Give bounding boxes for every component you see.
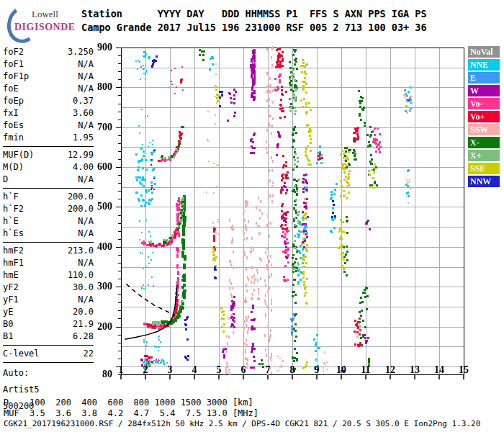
x-axis-tick-label: 15 [455,364,472,376]
param-row: foEp0.37 [3,95,94,107]
param-row: fmin1.95 [3,132,94,144]
param-row: M(D)4.00 [3,161,94,174]
legend-item-nnw: NNW [468,176,500,187]
logo-lowell-text: Lowell [32,9,58,20]
param-row: yE20.0 [3,306,94,318]
param-label: yE [3,306,13,318]
param-row: DN/A [3,174,94,186]
y-axis-tick-label: 300 [89,281,112,292]
param-row: foEsN/A [3,120,94,132]
param-row: hmE110.0 [3,269,94,282]
x-axis-tick-label: 10 [333,364,350,376]
legend-item-vo: Vo- [468,98,500,109]
autoscaling-info-line: Artist5 [3,384,94,396]
param-row: MUF(D)12.99 [3,149,94,161]
x-axis-tick-label: 6 [235,364,252,376]
param-value: N/A [78,294,94,306]
x-axis-tick-label: 13 [406,364,423,376]
d-row: D 100 200 400 600 800 1000 1500 3000 [km… [4,397,253,408]
param-value: 20.0 [73,306,94,318]
x-axis-tick-label: 9 [308,364,325,376]
param-label: hmE [3,269,19,282]
y-axis-tick-label: 80 [89,369,112,380]
ionogram-app-window: Lowell DIGISONDE Station YYYY DAY DDD HH… [0,0,504,432]
param-label: B0 [3,318,13,330]
param-label: h`F2 [3,203,24,215]
doppler-direction-legend: NoValNNEEWVo-Vo+SSWX-X+SSENNW [468,46,501,189]
x-axis-tick-label: 14 [431,364,448,376]
param-row: h`F200.0 [3,191,94,203]
y-axis-tick-label: 700 [89,122,112,133]
param-row: foF1pN/A [3,71,94,83]
param-value: N/A [78,58,94,71]
legend-item-nne: NNE [468,59,500,71]
param-value: 1.95 [73,132,94,144]
param-label: B1 [3,330,13,343]
station-header: Station YYYY DAY DDD HHMMSS P1 FFS S AXN… [81,7,427,35]
x-axis-tick-label: 2 [137,364,154,376]
param-row: hmF2213.0 [3,245,94,257]
param-row: B021.9 [3,318,94,330]
param-row: B16.28 [3,330,94,343]
d-muf-table: D 100 200 400 600 800 1000 1500 3000 [km… [4,397,258,418]
x-axis-tick-label: 8 [284,364,301,376]
x-axis-tick-label: 3 [161,364,179,376]
group-divider [3,362,94,363]
param-row: h`EN/A [3,215,94,228]
legend-item-w: W [468,85,500,96]
param-label: h`Es [3,228,24,240]
x-axis-tick-label: 12 [382,364,399,376]
x-axis-tick-label: 5 [210,364,228,376]
y-axis-tick-label: 800 [89,81,112,93]
param-label: foEs [3,120,24,132]
param-row: hmF1N/A [3,257,94,269]
param-row: foF23.250 [3,46,94,58]
param-value: 12.99 [68,149,94,161]
legend-item-ssw: SSW [468,124,500,135]
param-label: h`E [3,215,19,228]
legend-item-sse: SSE [468,163,500,174]
param-label: D [3,174,8,186]
logo-digisonde-text: DIGISONDE [14,22,76,33]
legend-item-x: X+ [468,150,500,161]
y-axis-tick-label: 400 [89,241,112,253]
param-label: foF1 [3,58,24,71]
param-label: yF1 [3,294,19,306]
param-value: 110.0 [68,269,94,282]
param-label: foF1p [3,71,29,83]
param-label: fmin [3,132,24,144]
x-axis-tick-label: 11 [357,364,374,376]
header-values-line: Campo Grande 2017 Jul15 196 231000 RSF 0… [81,22,427,33]
param-value: 6.28 [73,330,94,343]
param-row: fxI3.60 [3,107,94,120]
legend-item-noval: NoVal [468,46,500,58]
group-divider [3,345,94,346]
param-label: foEp [3,95,24,107]
param-row: h`F2200.0 [3,203,94,215]
param-row: foF1N/A [3,58,94,71]
legend-item-x: X- [468,137,500,148]
ionogram-parameters-panel: foF23.250foF1N/AfoF1pN/AfoEN/AfoEp0.37fx… [3,46,94,413]
x-axis-tick-label: 1 [112,364,130,376]
param-value: 0.37 [73,95,94,107]
param-label: yF2 [3,282,19,294]
y-axis-tick-label: 500 [89,201,112,212]
x-axis-tick-label: 4 [186,364,203,376]
ionogram-canvas [101,36,475,396]
x-axis-tick-label: 7 [259,364,276,376]
param-label: hmF1 [3,257,24,269]
param-label: h`F [3,191,19,203]
group-divider [3,146,94,147]
param-value: N/A [78,215,94,228]
group-divider [3,242,94,243]
param-label: fxI [3,107,19,120]
param-label: foF2 [3,46,24,58]
param-label: MUF(D) [3,149,34,161]
param-label: foE [3,83,19,95]
muf-row: MUF 3.5 3.6 3.8 4.2 4.7 5.4 7.5 13.0 [MH… [4,408,258,418]
param-value: 22 [84,348,94,360]
param-row: foEN/A [3,83,94,95]
param-label: M(D) [3,161,24,174]
param-row: yF230.0 [3,282,94,294]
y-axis-tick-label: 600 [89,161,112,173]
